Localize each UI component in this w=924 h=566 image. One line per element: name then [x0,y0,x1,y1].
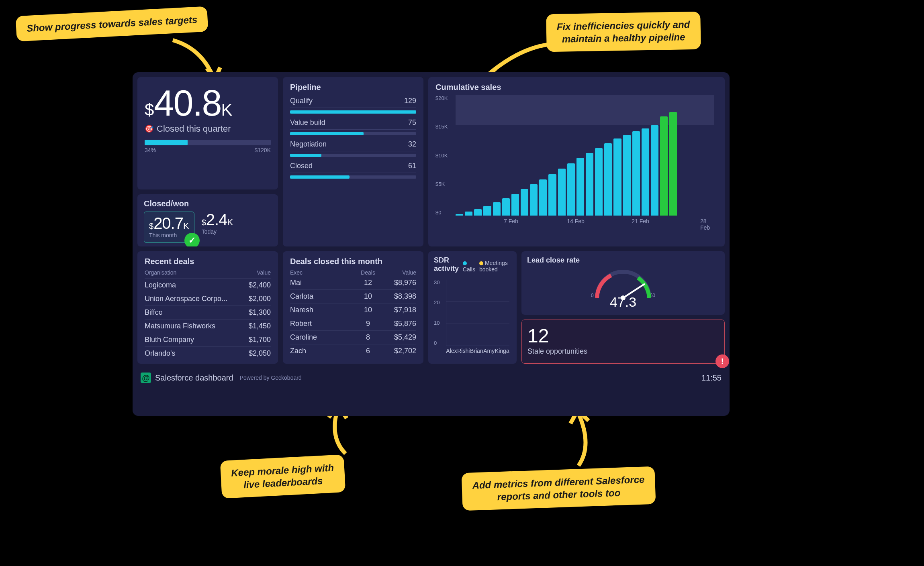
dashboard-footer: @ Salesforce dashboard Powered by Geckob… [137,369,725,387]
bar [456,214,463,216]
closed-quarter-value: $ 40.8 K [145,85,271,121]
bar [613,138,621,216]
callout-pipeline: Fix inefficiencies quickly and maintain … [546,12,701,52]
bar [483,206,491,216]
card-title: Closed/won [144,199,272,208]
card-title: Cumulative sales [435,83,718,92]
arrow-icon [554,405,603,475]
table-row: Logicoma$2,400 [145,278,271,292]
bar [651,125,658,216]
table-row: Zach6$2,702 [290,344,416,358]
bar [558,169,566,216]
bar [623,135,631,216]
bar [530,184,538,216]
bar [660,116,668,216]
bar [632,131,640,216]
pipeline-stage: Qualify129 [290,97,416,114]
table-row: Carlota10$8,398 [290,289,416,303]
card-sdr-activity: SDR activity Calls Meetings booked 30201… [428,251,517,364]
card-lead-close-rate: Lead close rate 060 47.3 [521,251,725,315]
card-closed-won: Closed/won $20.7K This month ✓ $2.4K Tod… [137,194,278,246]
chart-legend: Calls Meetings booked [463,260,511,273]
bar [669,112,677,216]
target-icon: 🎯 [145,124,153,133]
footer-title: Salesforce dashboard [155,373,233,383]
bar [548,174,556,216]
check-icon: ✓ [184,233,200,246]
table-row: Mai12$8,976 [290,276,416,289]
svg-line-0 [623,284,645,298]
bar [465,212,472,216]
dashboard: $ 40.8 K 🎯 Closed this quarter 34% $120K… [133,72,730,416]
stale-label: Stale opportunities [527,347,719,356]
pipeline-stage: Negotiation32 [290,140,416,157]
card-cumulative-sales: Cumulative sales $20K$15K$10K$5K$0 7 Feb… [428,77,725,246]
card-pipeline: Pipeline Qualify129 Value build75 Negoti… [283,77,423,246]
bar [474,209,482,216]
bar [521,189,528,216]
bar [576,158,584,216]
bar [493,202,501,216]
card-recent-deals: Recent deals OrganisationValue Logicoma$… [137,251,278,364]
card-title: Recent deals [145,257,271,266]
card-title: Lead close rate [527,256,719,265]
table-row: Naresh10$7,918 [290,303,416,317]
bar [586,153,593,216]
table-row: Orlando's$2,050 [145,346,271,360]
table-row: Union Aerospace Corpo...$2,000 [145,292,271,305]
footer-subtitle: Powered by Geckoboard [240,375,302,381]
gauge-chart [591,268,655,300]
table-row: Caroline8$5,429 [290,330,416,344]
card-title: SDR activity [434,256,463,273]
geckoboard-logo-icon: @ [141,373,151,383]
card-deals-closed-month: Deals closed this month ExecDealsValue M… [283,251,423,364]
stale-value: 12 [527,326,719,346]
bar [511,194,519,216]
card-title: Deals closed this month [290,257,416,266]
table-row: Matsumura Fishworks$1,450 [145,319,271,333]
table-row: Robert9$5,876 [290,317,416,330]
closed-quarter-label: Closed this quarter [157,124,231,134]
card-closed-this-quarter: $ 40.8 K 🎯 Closed this quarter 34% $120K [137,77,278,189]
pipeline-stage: Closed61 [290,162,416,179]
bar [642,128,649,216]
footer-time: 11:55 [701,373,722,383]
card-title: Pipeline [290,83,416,92]
progress-bar [145,140,271,145]
pipeline-stage: Value build75 [290,118,416,135]
card-stale-opportunities: 12 Stale opportunities ! [521,320,725,364]
bar [567,163,575,216]
bar [539,179,547,216]
progress-pct: 34% [145,147,156,153]
closed-won-today: $2.4K Today [202,212,233,235]
closed-won-month: $20.7K This month ✓ [144,212,194,243]
bar [604,143,612,216]
bar [595,148,603,216]
table-row: Biffco$1,300 [145,305,271,319]
bar [502,198,510,216]
progress-target: $120K [255,147,271,153]
alert-icon: ! [715,354,729,368]
table-row: Bluth Company$1,700 [145,333,271,346]
